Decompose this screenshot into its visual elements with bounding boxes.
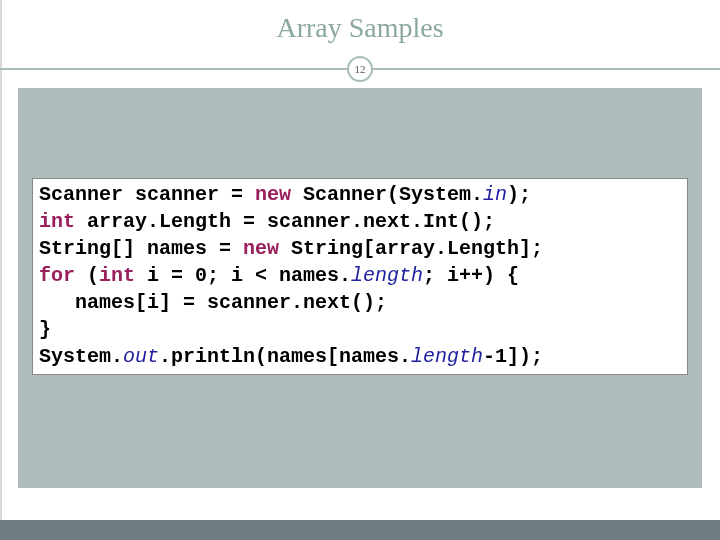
keyword-for: for bbox=[39, 264, 75, 287]
code-line-1: Scanner scanner = new Scanner(System.in)… bbox=[39, 183, 531, 206]
keyword-int: int bbox=[99, 264, 135, 287]
code-line-6: } bbox=[39, 318, 51, 341]
field-length: length bbox=[411, 345, 483, 368]
code-line-5: names[i] = scanner.next(); bbox=[39, 291, 387, 314]
code-line-2: int array.Length = scanner.next.Int(); bbox=[39, 210, 495, 233]
code-line-7: System.out.println(names[names.length-1]… bbox=[39, 345, 543, 368]
footer-bar bbox=[0, 520, 720, 540]
slide: Array Samples 12 Scanner scanner = new S… bbox=[0, 0, 720, 540]
field-length: length bbox=[351, 264, 423, 287]
field-in: in bbox=[483, 183, 507, 206]
left-border bbox=[0, 0, 2, 540]
slide-title: Array Samples bbox=[0, 0, 720, 52]
page-number: 12 bbox=[355, 63, 366, 75]
keyword-new: new bbox=[255, 183, 291, 206]
code-line-3: String[] names = new String[array.Length… bbox=[39, 237, 543, 260]
page-number-badge: 12 bbox=[347, 56, 373, 82]
code-line-4: for (int i = 0; i < names.length; i++) { bbox=[39, 264, 519, 287]
keyword-new: new bbox=[243, 237, 279, 260]
keyword-int: int bbox=[39, 210, 75, 233]
code-block: Scanner scanner = new Scanner(System.in)… bbox=[32, 178, 688, 375]
field-out: out bbox=[123, 345, 159, 368]
